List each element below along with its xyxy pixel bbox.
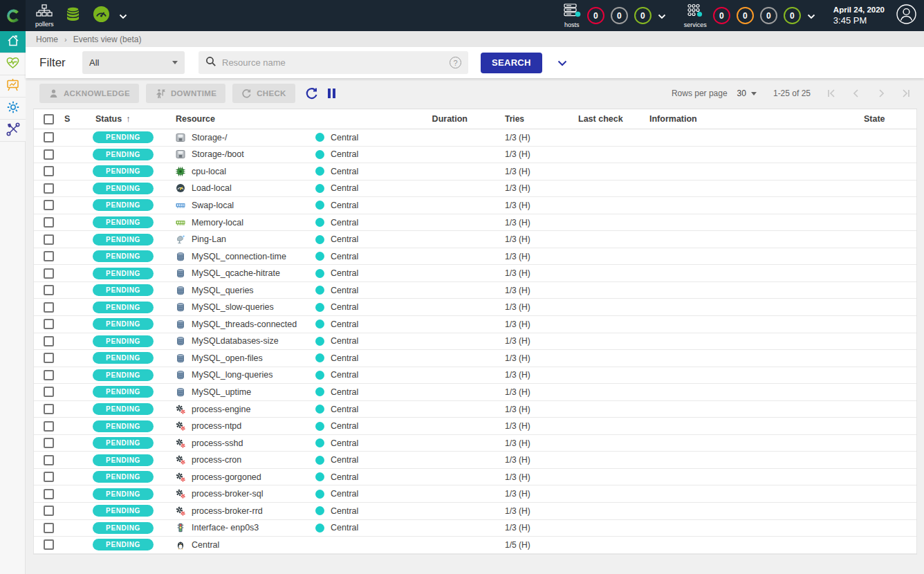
status-badge[interactable]: PENDING — [93, 199, 154, 211]
parent-name[interactable]: Central — [331, 472, 358, 482]
services-counter[interactable]: 0 — [737, 7, 754, 24]
resource-name[interactable]: process-cron — [192, 455, 241, 465]
table-row[interactable]: PENDINGMySQL_uptimeCentral1/3 (H) — [34, 384, 916, 401]
resource-name[interactable]: MySQL_threads-connected — [192, 320, 297, 329]
downtime-button[interactable]: DOWNTIME — [146, 84, 225, 103]
status-badge[interactable]: PENDING — [93, 471, 154, 483]
resource-name[interactable]: process-sshd — [192, 438, 243, 448]
last-page-button[interactable] — [900, 88, 912, 99]
parent-name[interactable]: Central — [331, 302, 358, 312]
row-checkbox[interactable] — [44, 285, 54, 295]
row-checkbox[interactable] — [44, 319, 54, 329]
parent-name[interactable]: Central — [331, 201, 358, 210]
parent-name[interactable]: Central — [331, 252, 358, 261]
row-checkbox[interactable] — [44, 523, 54, 533]
parent-name[interactable]: Central — [331, 353, 358, 363]
check-button[interactable]: CHECK — [232, 84, 295, 103]
resource-name[interactable]: Storage-/boot — [192, 149, 244, 159]
resource-name[interactable]: process-gorgoned — [192, 472, 261, 482]
row-checkbox[interactable] — [44, 217, 54, 228]
table-row[interactable]: PENDINGprocess-sshdCentral1/3 (H) — [34, 435, 916, 452]
parent-name[interactable]: Central — [331, 506, 358, 516]
parent-name[interactable]: Central — [331, 183, 358, 193]
resource-name[interactable]: MySQL_qcache-hitrate — [192, 268, 280, 278]
table-row[interactable]: PENDINGprocess-gorgonedCentral1/3 (H) — [34, 469, 916, 486]
row-checkbox[interactable] — [44, 166, 54, 176]
parent-name[interactable]: Central — [331, 320, 358, 329]
resource-name[interactable]: Central — [192, 540, 219, 550]
sidebar-item-administration[interactable] — [0, 120, 26, 142]
status-badge[interactable]: PENDING — [93, 183, 154, 194]
status-badge[interactable]: PENDING — [93, 352, 154, 364]
parent-name[interactable]: Central — [331, 234, 358, 244]
previous-page-button[interactable] — [851, 88, 862, 99]
refresh-button[interactable] — [305, 87, 318, 100]
row-checkbox[interactable] — [44, 336, 54, 346]
table-row[interactable]: PENDINGInterface- enp0s3Central1/3 (H) — [34, 520, 916, 537]
resource-name[interactable]: Memory-local — [192, 218, 243, 228]
resource-name[interactable]: MySQL_long-queries — [192, 370, 272, 380]
column-header-information[interactable]: Information — [639, 114, 854, 124]
hosts-chevron-down-icon[interactable] — [658, 10, 666, 22]
row-checkbox[interactable] — [44, 353, 54, 363]
table-row[interactable]: PENDINGStorage-/Central1/3 (H) — [34, 129, 916, 147]
resource-name[interactable]: MySQL_slow-queries — [192, 302, 274, 312]
table-row[interactable]: PENDINGStorage-/bootCentral1/3 (H) — [34, 147, 916, 164]
engine-status[interactable] — [92, 5, 111, 26]
table-row[interactable]: PENDINGprocess-engineCentral1/3 (H) — [34, 401, 916, 418]
parent-name[interactable]: Central — [331, 286, 358, 295]
breadcrumb-item[interactable]: Home — [36, 35, 58, 44]
parent-name[interactable]: Central — [331, 218, 358, 228]
status-badge[interactable]: PENDING — [93, 505, 154, 517]
services-chevron-down-icon[interactable] — [807, 10, 815, 22]
row-checkbox[interactable] — [44, 455, 54, 465]
status-badge[interactable]: PENDING — [93, 149, 154, 160]
table-row[interactable]: PENDINGLoad-localCentral1/3 (H) — [34, 180, 916, 198]
status-badge[interactable]: PENDING — [93, 403, 154, 415]
parent-name[interactable]: Central — [331, 167, 358, 176]
next-page-button[interactable] — [876, 88, 887, 99]
status-badge[interactable]: PENDING — [93, 284, 154, 296]
broker-status[interactable] — [64, 5, 82, 26]
status-badge[interactable]: PENDING — [93, 454, 154, 466]
table-row[interactable]: PENDINGMySQL_qcache-hitrateCentral1/3 (H… — [34, 265, 916, 282]
status-badge[interactable]: PENDING — [93, 318, 154, 330]
status-badge[interactable]: PENDING — [93, 437, 154, 449]
resource-name[interactable]: MySQL_uptime — [192, 387, 251, 397]
parent-name[interactable]: Central — [331, 421, 358, 431]
table-row[interactable]: PENDINGprocess-broker-rrdCentral1/3 (H) — [34, 503, 916, 520]
table-row[interactable]: PENDINGcpu-localCentral1/3 (H) — [34, 163, 916, 180]
parent-name[interactable]: Central — [331, 336, 358, 346]
row-checkbox[interactable] — [44, 472, 54, 482]
centreon-logo[interactable] — [0, 0, 26, 31]
status-badge[interactable]: PENDING — [93, 539, 154, 550]
resource-name[interactable]: Load-local — [192, 183, 232, 193]
table-row[interactable]: PENDINGMySQL_long-queriesCentral1/3 (H) — [34, 367, 916, 385]
parent-name[interactable]: Central — [331, 149, 358, 159]
table-row[interactable]: PENDINGMySQL_connection-timeCentral1/3 (… — [34, 248, 916, 266]
resource-name[interactable]: cpu-local — [192, 167, 226, 176]
resource-name[interactable]: MySQL_connection-time — [192, 252, 286, 261]
row-checkbox[interactable] — [44, 234, 54, 245]
table-row[interactable]: PENDINGMySQLdatabases-sizeCentral1/3 (H) — [34, 333, 916, 351]
resource-name[interactable]: MySQL_queries — [192, 286, 254, 295]
row-checkbox[interactable] — [44, 200, 54, 210]
row-checkbox[interactable] — [44, 421, 54, 432]
status-badge[interactable]: PENDING — [93, 335, 154, 347]
status-badge[interactable]: PENDING — [93, 268, 154, 279]
services-counter[interactable]: 0 — [760, 7, 777, 24]
services-counter[interactable]: 0 — [713, 7, 730, 24]
services-counter[interactable]: 0 — [784, 7, 801, 24]
parent-name[interactable]: Central — [331, 370, 358, 380]
parent-name[interactable]: Central — [331, 268, 358, 278]
table-row[interactable]: PENDINGSwap-localCentral1/3 (H) — [34, 197, 916, 214]
table-row[interactable]: PENDINGMemory-localCentral1/3 (H) — [34, 214, 916, 232]
parent-name[interactable]: Central — [331, 523, 358, 533]
row-checkbox[interactable] — [44, 370, 54, 380]
select-all-checkbox[interactable] — [44, 114, 54, 124]
pollers-menu[interactable]: pollers — [35, 4, 54, 28]
hosts-counter[interactable]: 0 — [634, 7, 652, 24]
resource-name[interactable]: Ping-Lan — [192, 234, 226, 244]
row-checkbox[interactable] — [44, 302, 54, 313]
sidebar-item-reporting[interactable] — [0, 75, 26, 98]
